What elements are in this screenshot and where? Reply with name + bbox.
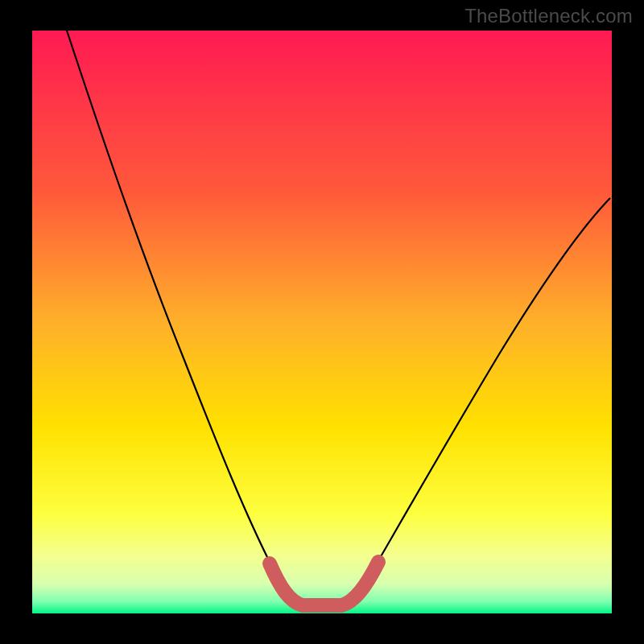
plot-background [32, 31, 612, 613]
chart-frame: TheBottleneck.com [0, 0, 644, 644]
chart-svg [0, 0, 644, 644]
watermark-text: TheBottleneck.com [464, 5, 633, 27]
